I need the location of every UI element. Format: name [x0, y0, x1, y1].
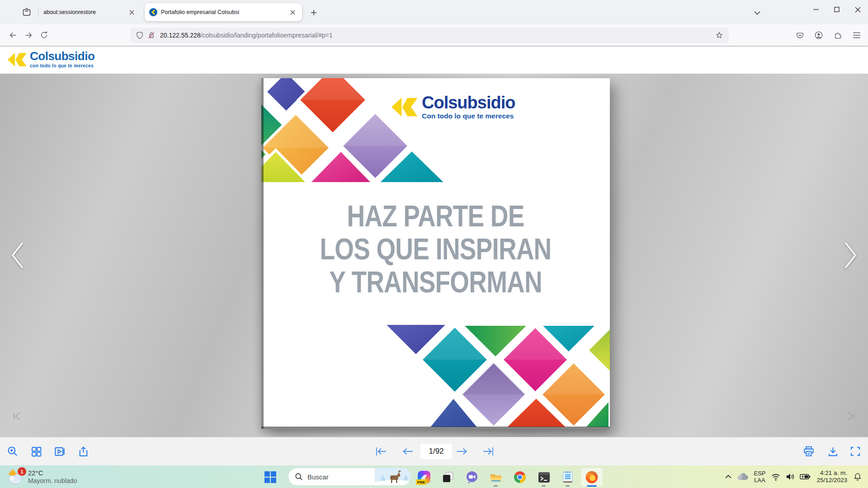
zoom-button[interactable] [4, 442, 22, 460]
new-tab-button[interactable] [307, 6, 320, 19]
new-tab-icon [311, 9, 317, 16]
download-icon [827, 446, 839, 457]
list-all-tabs-button[interactable] [750, 6, 764, 19]
firefox-button[interactable] [581, 468, 602, 486]
shield-icon [136, 31, 144, 39]
url-bar[interactable]: 20.122.55.228/colsubsidio/landing/portaf… [130, 28, 729, 43]
previous-page-button[interactable] [399, 442, 417, 460]
tab-title: about:sessionrestore [43, 9, 127, 15]
reload-button[interactable] [36, 28, 52, 43]
tracking-shield-button[interactable] [134, 29, 146, 41]
menu-button[interactable] [849, 28, 864, 43]
language-indicator[interactable]: ESP LAA [750, 470, 769, 483]
account-button[interactable] [811, 28, 826, 43]
document-logo: Colsubsidio Con todo lo que te mereces [391, 94, 515, 121]
next-page-button[interactable] [453, 442, 471, 460]
hidden-icons-button[interactable] [722, 468, 734, 486]
share-button[interactable] [74, 442, 92, 460]
back-button[interactable] [5, 28, 21, 43]
page-number-input[interactable] [420, 444, 452, 459]
page-bottom-shadow [261, 427, 610, 429]
site-logo[interactable]: Colsubsidio con todo lo que te mereces [7, 50, 94, 70]
site-tagline: con todo lo que te mereces [30, 63, 94, 68]
start-icon [264, 471, 276, 483]
chrome-button[interactable] [509, 468, 530, 486]
windows-taskbar: 1 22°C Mayorm. nublado Buscar [0, 465, 868, 488]
battery-icon [800, 473, 811, 480]
running-indicator [566, 485, 570, 487]
chat-button[interactable] [462, 468, 482, 486]
taskbar-search[interactable]: Buscar [288, 468, 411, 486]
slideshow-button[interactable] [51, 442, 69, 460]
firefox-view-button[interactable] [19, 5, 34, 19]
tab-title: Portafolio empresarial Colsubsi [161, 9, 288, 15]
task-view-icon [442, 471, 454, 483]
pocket-button[interactable] [792, 28, 807, 43]
tab-session-restore[interactable]: about:sessionrestore [39, 3, 141, 21]
reindeer-winter-scene [375, 468, 411, 485]
back-icon [9, 31, 18, 40]
tab-close-button[interactable] [127, 7, 137, 17]
notepad-button[interactable] [557, 468, 578, 486]
volume-button[interactable] [783, 468, 797, 486]
tab-separator [38, 7, 38, 17]
colsubsidio-logo-icon [391, 94, 418, 121]
bookmark-button[interactable] [713, 29, 725, 41]
print-icon [803, 446, 815, 457]
volume-icon [785, 472, 795, 481]
copilot-button[interactable]: PRE [414, 468, 434, 486]
previous-page-chevron[interactable] [9, 241, 25, 270]
weather-temperature: 22°C [28, 469, 77, 477]
video-chat-icon [466, 471, 478, 483]
document-tagline: Con todo lo que te mereces [422, 112, 515, 120]
firefox-icon [585, 470, 599, 484]
download-button[interactable] [824, 442, 842, 460]
first-page-mini-icon[interactable] [12, 412, 22, 421]
close-window-button[interactable] [847, 0, 868, 19]
terminal-button[interactable] [533, 468, 554, 486]
site-brand: Colsubsidio [30, 50, 94, 62]
print-button[interactable] [800, 442, 818, 460]
running-indicator [542, 485, 546, 487]
connection-not-secure-button[interactable] [146, 29, 157, 41]
battery-button[interactable] [797, 468, 813, 486]
file-explorer-button[interactable] [486, 468, 506, 486]
onedrive-icon [736, 473, 748, 481]
wifi-button[interactable] [769, 468, 783, 486]
search-seasonal-image [375, 468, 411, 485]
clock[interactable]: 4:21 a. m. 25/12/2023 [813, 469, 851, 484]
thumbnails-button[interactable] [27, 442, 45, 460]
wifi-icon [771, 472, 781, 481]
lock-slash-icon [147, 31, 156, 39]
last-page-mini-icon[interactable] [846, 412, 856, 421]
maximize-icon [834, 7, 840, 12]
maximize-button[interactable] [826, 0, 847, 19]
colsubsidio-favicon [149, 8, 157, 16]
share-icon [78, 446, 89, 457]
minimize-button[interactable] [806, 0, 826, 19]
weather-widget[interactable]: 1 22°C Mayorm. nublado [4, 467, 80, 486]
forward-button[interactable] [21, 28, 36, 43]
notifications-button[interactable] [851, 468, 864, 486]
headline-line-2: LOS QUE INSPIRAN [292, 232, 578, 265]
tab-close-button[interactable] [288, 7, 297, 17]
tab-portafolio[interactable]: Portafolio empresarial Colsubsi [145, 3, 302, 21]
start-button[interactable] [260, 468, 281, 486]
next-page-icon [456, 446, 468, 456]
window-controls [806, 0, 868, 19]
last-page-button[interactable] [479, 442, 497, 460]
thumbnails-icon [31, 446, 42, 457]
firefox-view-icon [22, 8, 31, 17]
tray-chevron-up-icon [725, 474, 732, 479]
menu-icon [853, 32, 861, 38]
first-page-button[interactable] [372, 442, 390, 460]
onedrive-button[interactable] [734, 468, 750, 486]
notification-badge: 1 [18, 467, 26, 476]
first-page-icon [375, 446, 387, 456]
extensions-button[interactable] [830, 28, 845, 43]
extensions-icon [834, 31, 842, 40]
weather-text: 22°C Mayorm. nublado [28, 469, 77, 485]
next-page-chevron[interactable] [843, 241, 859, 270]
fullscreen-button[interactable] [846, 442, 864, 460]
task-view-button[interactable] [438, 468, 458, 486]
